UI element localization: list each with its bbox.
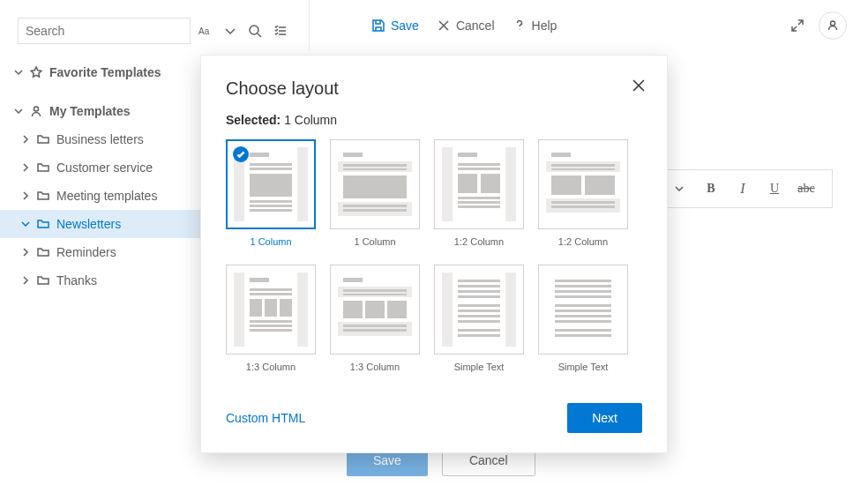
svg-rect-38	[551, 201, 615, 204]
chevron-right-icon	[19, 191, 32, 200]
svg-rect-76	[555, 295, 611, 298]
svg-rect-67	[458, 304, 500, 307]
svg-rect-78	[555, 310, 611, 312]
svg-rect-73	[555, 280, 611, 282]
check-icon	[233, 146, 249, 162]
dropdown-icon[interactable]	[220, 19, 242, 43]
svg-rect-44	[250, 293, 292, 295]
svg-point-2	[34, 107, 39, 111]
svg-rect-65	[458, 290, 500, 293]
tree-item-label: Thanks	[56, 273, 97, 287]
person-icon	[28, 105, 44, 117]
folder-icon	[35, 274, 51, 287]
button-label: Help	[532, 19, 557, 33]
svg-rect-36	[585, 175, 615, 195]
svg-rect-11	[250, 205, 292, 207]
folder-icon	[35, 218, 51, 230]
svg-rect-50	[250, 329, 292, 332]
expand-icon[interactable]	[785, 13, 810, 38]
svg-rect-25	[458, 168, 500, 170]
layout-option-1-3-column-a[interactable]: 1:3 Column	[226, 265, 316, 372]
button-label: Save	[391, 19, 419, 33]
group-label: My Templates	[49, 104, 131, 118]
svg-point-3	[831, 21, 835, 26]
settings-list-icon[interactable]	[270, 19, 292, 43]
svg-rect-8	[250, 168, 292, 170]
svg-rect-16	[343, 168, 407, 170]
account-icon[interactable]	[819, 11, 847, 40]
svg-rect-39	[551, 205, 615, 208]
svg-rect-42	[250, 278, 269, 282]
cancel-button[interactable]: Cancel	[428, 15, 504, 36]
layout-option-simple-text-a[interactable]: Simple Text	[434, 265, 524, 372]
svg-rect-81	[555, 329, 611, 332]
font-size-icon[interactable]: Aa	[194, 19, 216, 43]
custom-html-link[interactable]: Custom HTML	[226, 411, 305, 425]
svg-rect-75	[555, 290, 611, 293]
svg-rect-34	[551, 168, 615, 170]
svg-rect-30	[458, 205, 500, 208]
svg-rect-43	[250, 288, 292, 291]
search-icon[interactable]	[244, 19, 266, 43]
chevron-down-icon	[19, 220, 32, 228]
tree-item-label: Meeting templates	[56, 189, 157, 203]
svg-rect-9	[250, 174, 292, 197]
underline-button[interactable]: U	[761, 175, 788, 202]
layout-option-simple-text-b[interactable]: Simple Text	[538, 265, 628, 372]
save-button[interactable]: Save	[363, 15, 428, 36]
svg-rect-59	[343, 325, 407, 327]
italic-button[interactable]: I	[730, 175, 756, 202]
layout-label: 1 Column	[354, 236, 395, 247]
layout-option-1-2-column-a[interactable]: 1:2 Column	[434, 139, 524, 247]
search-input[interactable]	[18, 18, 191, 44]
svg-rect-68	[458, 310, 500, 312]
layout-label: 1:3 Column	[246, 362, 296, 372]
layout-label: Simple Text	[558, 362, 609, 372]
svg-rect-28	[458, 197, 500, 199]
svg-rect-7	[250, 163, 292, 166]
svg-rect-19	[343, 205, 407, 207]
chevron-right-icon	[19, 135, 32, 144]
svg-rect-69	[458, 315, 500, 317]
layout-option-1-2-column-b[interactable]: 1:2 Column	[538, 139, 628, 247]
layout-option-1-column-b[interactable]: 1 Column	[330, 139, 420, 247]
layout-label: 1:2 Column	[558, 236, 608, 247]
folder-icon	[35, 246, 51, 258]
svg-rect-23	[458, 153, 477, 157]
svg-rect-20	[343, 209, 407, 212]
svg-point-1	[250, 26, 258, 34]
svg-rect-71	[458, 329, 500, 332]
text-color-dropdown-icon[interactable]	[666, 175, 692, 202]
layout-option-1-3-column-b[interactable]: 1:3 Column	[330, 265, 420, 372]
selected-line: Selected: 1 Column	[226, 113, 642, 127]
layout-label: 1:3 Column	[350, 362, 400, 372]
close-icon[interactable]	[628, 75, 649, 96]
layout-option-1-column-a[interactable]: 1 Column	[226, 139, 316, 247]
strikethrough-button[interactable]: abc	[793, 175, 819, 202]
folder-icon	[35, 133, 51, 146]
svg-rect-17	[343, 175, 407, 198]
chevron-right-icon	[19, 276, 32, 285]
layout-label: 1 Column	[250, 236, 291, 247]
svg-rect-72	[458, 334, 500, 337]
svg-rect-57	[387, 301, 407, 318]
svg-rect-35	[551, 175, 581, 195]
svg-rect-24	[458, 163, 500, 166]
svg-rect-64	[458, 285, 500, 287]
help-button[interactable]: Help	[504, 15, 566, 36]
tree-item-label: Newsletters	[56, 217, 121, 231]
svg-rect-53	[343, 289, 407, 292]
star-icon	[28, 66, 44, 78]
svg-rect-66	[458, 295, 500, 298]
tree-item-label: Reminders	[56, 245, 116, 259]
modal-title: Choose layout	[226, 78, 642, 99]
chevron-right-icon	[19, 248, 32, 257]
svg-rect-27	[481, 174, 500, 193]
svg-rect-29	[458, 201, 500, 204]
svg-rect-46	[265, 299, 277, 317]
chevron-right-icon	[19, 163, 32, 172]
svg-rect-26	[458, 174, 477, 193]
selected-label: Selected:	[226, 113, 281, 127]
next-button[interactable]: Next	[567, 403, 642, 433]
bold-button[interactable]: B	[698, 175, 724, 202]
